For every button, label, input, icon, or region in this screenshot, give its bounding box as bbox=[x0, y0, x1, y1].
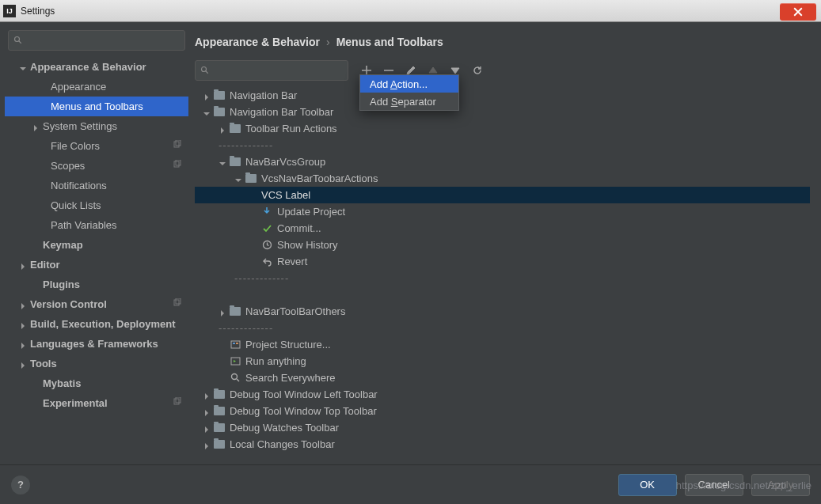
toolbar bbox=[195, 60, 810, 81]
sidebar-item[interactable]: Editor bbox=[5, 255, 188, 275]
tree-row-label: NavBarVcsGroup bbox=[245, 156, 325, 168]
sidebar-item[interactable]: Appearance bbox=[5, 77, 188, 97]
help-button[interactable]: ? bbox=[11, 476, 30, 495]
structure-icon bbox=[230, 339, 241, 351]
folder-icon bbox=[214, 423, 225, 432]
sidebar-item[interactable]: Build, Execution, Deployment bbox=[5, 314, 188, 334]
tree-row[interactable]: VCS Label bbox=[195, 187, 810, 203]
sidebar-item[interactable]: Menus and Toolbars bbox=[5, 97, 188, 116]
chevron-right-icon: › bbox=[326, 36, 330, 48]
sidebar-item-label: Tools bbox=[30, 358, 57, 369]
tree-row[interactable]: Toolbar Run Actions bbox=[195, 120, 810, 137]
sidebar-item[interactable]: Notifications bbox=[5, 176, 188, 195]
sidebar-item-label: Scopes bbox=[51, 160, 85, 172]
titlebar: IJ Settings bbox=[0, 0, 821, 22]
folder-icon bbox=[230, 307, 241, 316]
search-icon bbox=[200, 66, 210, 75]
popup-add-action[interactable]: Add Action... bbox=[360, 75, 458, 93]
sidebar-item[interactable]: System Settings bbox=[5, 116, 188, 136]
sidebar-item[interactable]: Plugins bbox=[5, 275, 188, 294]
copy-icon bbox=[173, 160, 182, 172]
tree-row[interactable]: Search Everywhere bbox=[195, 369, 810, 386]
sidebar-item[interactable]: Tools bbox=[5, 354, 188, 373]
sidebar-item[interactable]: Languages & Frameworks bbox=[5, 334, 188, 354]
tree-row[interactable]: Show History bbox=[195, 237, 810, 253]
sidebar-item-label: Appearance & Behavior bbox=[30, 61, 146, 73]
popup-add-separator[interactable]: Add Separator bbox=[360, 93, 458, 110]
sidebar-item[interactable]: Experimental bbox=[5, 393, 188, 413]
search-icon bbox=[230, 373, 241, 384]
sidebar-search-input[interactable] bbox=[8, 30, 185, 51]
tree-row[interactable]: Commit... bbox=[195, 220, 810, 237]
tree-row-label: Navigation Bar Toolbar bbox=[230, 106, 333, 118]
window-title: Settings bbox=[21, 6, 55, 17]
tree-row[interactable]: Local Changes Toolbar bbox=[195, 436, 810, 453]
svg-rect-1 bbox=[174, 142, 179, 147]
tree-row[interactable]: VcsNavBarToobarActions bbox=[195, 170, 810, 187]
svg-rect-7 bbox=[174, 399, 179, 404]
sidebar-item-label: Quick Lists bbox=[51, 199, 101, 211]
sidebar-item-label: Notifications bbox=[51, 180, 107, 191]
sidebar: Appearance & BehaviorAppearanceMenus and… bbox=[5, 27, 188, 460]
breadcrumb: Appearance & Behavior › Menus and Toolba… bbox=[195, 30, 810, 54]
sidebar-item[interactable]: Mybatis bbox=[5, 373, 188, 393]
update-icon bbox=[261, 207, 272, 218]
separator-row: ------------- bbox=[195, 320, 810, 336]
copy-icon bbox=[173, 397, 182, 409]
tree-row-label: NavBarToolBarOthers bbox=[245, 305, 345, 317]
sidebar-item[interactable]: Quick Lists bbox=[5, 195, 188, 215]
sidebar-item-label: Keymap bbox=[43, 239, 83, 251]
separator-row: ------------- bbox=[195, 270, 810, 286]
run-anything-icon bbox=[230, 356, 241, 367]
tree-row[interactable]: Navigation Bar Toolbar bbox=[195, 104, 810, 120]
tree-row[interactable]: NavBarVcsGroup bbox=[195, 153, 810, 170]
sidebar-item-label: Experimental bbox=[43, 397, 108, 409]
tree-row-label: Toolbar Run Actions bbox=[245, 123, 337, 135]
folder-icon bbox=[214, 440, 225, 449]
tree-row[interactable]: Update Project bbox=[195, 203, 810, 220]
tree-row[interactable]: Debug Tool Window Top Toolbar bbox=[195, 403, 810, 419]
sidebar-item[interactable]: File Colors bbox=[5, 136, 188, 156]
svg-rect-4 bbox=[176, 160, 181, 165]
sidebar-item[interactable]: Path Variables bbox=[5, 215, 188, 235]
sidebar-item-label: Path Variables bbox=[51, 219, 117, 231]
tree-row-label: Revert bbox=[277, 256, 307, 267]
tree-row[interactable]: Navigation Bar bbox=[195, 87, 810, 104]
copy-icon bbox=[173, 140, 182, 152]
cancel-button[interactable]: Cancel bbox=[685, 474, 743, 496]
tree-row-label: Search Everywhere bbox=[245, 372, 335, 384]
tree-row[interactable]: Debug Tool Window Left Toolbar bbox=[195, 386, 810, 403]
folder-icon bbox=[245, 174, 257, 183]
close-button[interactable] bbox=[780, 3, 816, 21]
sidebar-item[interactable]: Keymap bbox=[5, 235, 188, 255]
breadcrumb-root[interactable]: Appearance & Behavior bbox=[195, 36, 320, 48]
tree-row[interactable]: Revert bbox=[195, 253, 810, 270]
svg-rect-6 bbox=[176, 298, 181, 304]
svg-point-15 bbox=[231, 374, 237, 380]
copy-icon bbox=[173, 298, 182, 310]
svg-rect-13 bbox=[236, 343, 238, 344]
sidebar-item-label: Version Control bbox=[30, 298, 107, 310]
ok-button[interactable]: OK bbox=[618, 474, 677, 496]
sidebar-item[interactable]: Version Control bbox=[5, 294, 188, 314]
actions-tree[interactable]: Navigation BarNavigation Bar ToolbarTool… bbox=[195, 87, 810, 460]
folder-icon bbox=[214, 91, 225, 100]
tree-row[interactable]: NavBarToolBarOthers bbox=[195, 303, 810, 320]
close-icon bbox=[793, 7, 803, 17]
tree-row[interactable]: Run anything bbox=[195, 353, 810, 369]
sidebar-item-label: Languages & Frameworks bbox=[30, 338, 158, 350]
svg-point-0 bbox=[15, 37, 20, 42]
sidebar-item-label: Build, Execution, Deployment bbox=[30, 318, 175, 330]
tree-row-label: VcsNavBarToobarActions bbox=[261, 172, 378, 184]
apply-button[interactable]: Apply bbox=[751, 474, 810, 496]
sidebar-item[interactable]: Appearance & Behavior bbox=[5, 57, 188, 77]
tree-row[interactable]: Debug Watches Toolbar bbox=[195, 419, 810, 436]
tree-row-label: Project Structure... bbox=[245, 339, 331, 351]
filter-input[interactable] bbox=[195, 60, 348, 81]
sidebar-item[interactable]: Scopes bbox=[5, 156, 188, 176]
reset-button[interactable] bbox=[470, 63, 485, 78]
sidebar-item-label: Mybatis bbox=[43, 377, 81, 389]
sidebar-item-label: System Settings bbox=[43, 120, 117, 132]
tree-row[interactable]: Project Structure... bbox=[195, 336, 810, 353]
tree-row-label: Run anything bbox=[245, 355, 306, 367]
